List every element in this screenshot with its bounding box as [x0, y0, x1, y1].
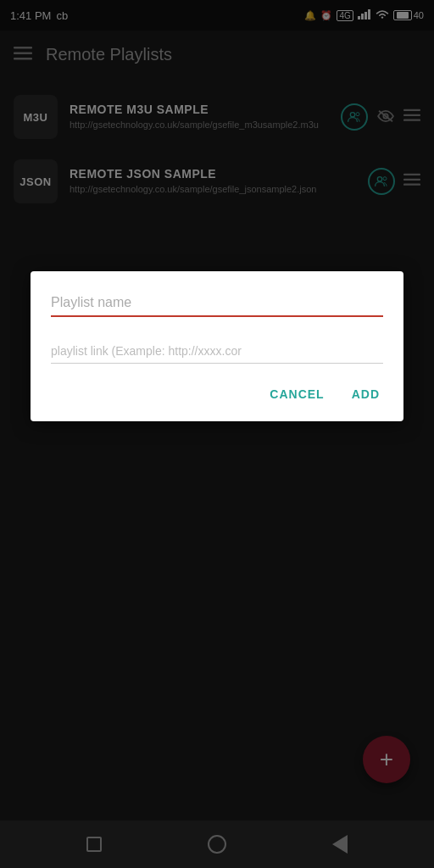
dialog-actions: CANCEL ADD	[51, 381, 383, 408]
name-input-group	[51, 292, 383, 317]
playlist-name-input[interactable]	[51, 292, 383, 317]
link-input-group	[51, 334, 383, 364]
dialog-overlay: CANCEL ADD	[0, 0, 434, 868]
add-playlist-dialog: CANCEL ADD	[31, 271, 403, 421]
cancel-button[interactable]: CANCEL	[266, 381, 327, 408]
playlist-link-input[interactable]	[51, 341, 383, 364]
add-button[interactable]: ADD	[348, 381, 383, 408]
